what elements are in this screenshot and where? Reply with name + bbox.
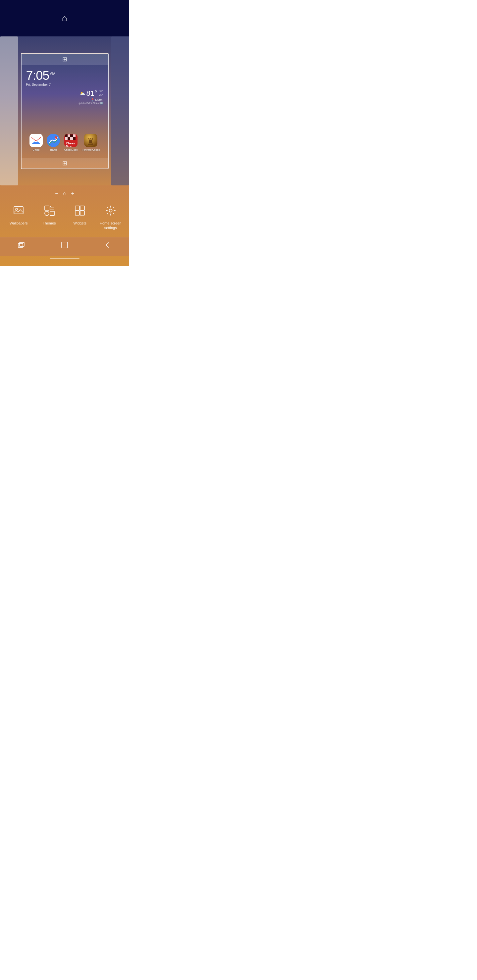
svg-point-19 xyxy=(16,208,18,210)
apps-grid-icon-top: ⊞ xyxy=(62,56,67,63)
menu-wallpapers[interactable]: Wallpapers xyxy=(3,205,34,231)
svg-rect-22 xyxy=(50,211,54,216)
weather-low: 75° xyxy=(99,93,103,97)
svg-rect-5 xyxy=(65,134,68,137)
weather-row: ⛅ 81° 86° 75° xyxy=(26,89,103,98)
menu-widgets[interactable]: Widgets xyxy=(65,205,96,231)
svg-rect-12 xyxy=(73,137,75,140)
clock-time: 7:05 xyxy=(26,68,49,83)
apps-grid-icon-bottom: ⊞ xyxy=(62,159,67,167)
page-home-dot: ⌂ xyxy=(63,190,67,197)
svg-rect-11 xyxy=(70,137,73,140)
widgets-label: Widgets xyxy=(73,221,86,226)
themes-label: Themes xyxy=(43,221,56,226)
svg-rect-30 xyxy=(62,242,68,248)
app-traffic[interactable]: G Traffic xyxy=(47,134,60,151)
top-section: ⌂ xyxy=(0,0,129,37)
svg-rect-9 xyxy=(65,137,68,140)
page-indicators: − ⌂ + xyxy=(0,185,129,200)
themes-icon xyxy=(44,205,55,218)
nav-back-btn[interactable] xyxy=(104,242,111,250)
svg-rect-25 xyxy=(75,211,80,215)
wallpapers-icon xyxy=(13,205,24,218)
svg-rect-7 xyxy=(70,134,73,137)
side-panel-right xyxy=(111,37,129,185)
side-panel-left xyxy=(0,37,18,185)
weather-high: 86° xyxy=(99,89,103,93)
phone-content: 7:05AM Fri, September 7 ⛅ 81° 86° 75° 📍 … xyxy=(22,65,108,158)
clock-date: Fri, September 7 xyxy=(26,83,103,86)
weather-section: ⛅ 81° 86° 75° 📍 Miami Updated 9/7 4:30 A… xyxy=(26,89,103,105)
apps-row: Gmail G Traffic xyxy=(26,131,103,154)
nav-pill xyxy=(50,258,80,259)
app-chessbase[interactable]: Chess Base ChessBase xyxy=(64,134,78,151)
nav-recents-btn[interactable] xyxy=(18,242,25,250)
settings-label: Home screensettings xyxy=(100,221,121,231)
app-gmail[interactable]: Gmail xyxy=(29,134,43,151)
svg-rect-26 xyxy=(80,211,85,215)
svg-rect-29 xyxy=(19,242,24,246)
phone-bottom-bar: ⊞ xyxy=(22,158,108,169)
clock-display: 7:05AM xyxy=(26,69,103,82)
forwardchess-label: Forward Chess xyxy=(82,148,100,151)
weather-location: 📍 Miami xyxy=(26,98,103,102)
bottom-menu: Wallpapers Themes xyxy=(0,200,129,237)
page-minus: − xyxy=(55,191,58,197)
home-icon-top: ⌂ xyxy=(62,13,68,24)
weather-updated: Updated 9/7 4:30 AM 🔄 xyxy=(26,102,103,105)
svg-rect-6 xyxy=(68,134,70,137)
settings-icon xyxy=(105,205,116,218)
svg-rect-20 xyxy=(45,206,49,210)
chessbase-icon: Chess Base xyxy=(64,134,78,147)
chessbase-label: ChessBase xyxy=(64,148,78,151)
phone-card: ⊞ 7:05AM Fri, September 7 ⛅ 81° 86° 75° xyxy=(21,53,108,169)
app-forwardchess[interactable]: ♜ Forward Chess xyxy=(82,134,100,151)
menu-home-settings[interactable]: Home screensettings xyxy=(96,205,126,231)
svg-rect-18 xyxy=(14,207,23,214)
gmail-label: Gmail xyxy=(32,148,40,151)
weather-icon: ⛅ xyxy=(80,91,85,96)
bottom-section: − ⌂ + Wallpapers xyxy=(0,185,129,266)
wallpapers-label: Wallpapers xyxy=(10,221,28,226)
widgets-icon xyxy=(75,205,85,218)
svg-text:Base: Base xyxy=(66,145,73,147)
svg-rect-8 xyxy=(73,134,75,137)
nav-home-btn[interactable] xyxy=(61,241,68,250)
svg-rect-23 xyxy=(75,206,80,210)
gmail-icon xyxy=(29,134,43,147)
svg-rect-28 xyxy=(18,243,23,247)
svg-text:G: G xyxy=(55,137,56,139)
clock-ampm: AM xyxy=(50,72,55,76)
page-plus: + xyxy=(71,191,74,197)
weather-temp: 81° xyxy=(86,89,97,98)
forwardchess-icon: ♜ xyxy=(84,134,97,147)
menu-themes[interactable]: Themes xyxy=(34,205,65,231)
svg-text:♜: ♜ xyxy=(87,137,94,147)
traffic-icon: G xyxy=(47,134,60,147)
svg-rect-10 xyxy=(68,137,70,140)
svg-point-27 xyxy=(109,209,112,212)
phone-top-bar: ⊞ xyxy=(22,54,108,65)
preview-wrapper: ⊞ 7:05AM Fri, September 7 ⛅ 81° 86° 75° xyxy=(0,37,129,185)
svg-rect-21 xyxy=(45,211,49,216)
weather-hilo: 86° 75° xyxy=(99,89,103,97)
traffic-label: Traffic xyxy=(50,148,57,151)
system-nav xyxy=(0,237,129,256)
svg-rect-24 xyxy=(80,206,85,210)
